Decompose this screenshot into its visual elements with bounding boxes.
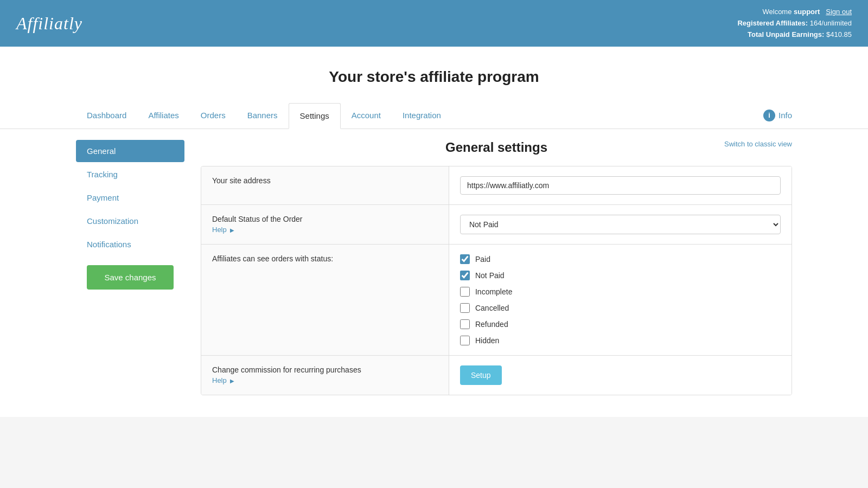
nav-item-settings[interactable]: Settings — [289, 103, 341, 129]
checkbox-group-order-visibility: Paid Not Paid Incomplete — [460, 254, 512, 345]
nav-item-dashboard[interactable]: Dashboard — [76, 103, 137, 129]
sidebar-item-tracking[interactable]: Tracking — [76, 163, 184, 185]
info-label: Info — [778, 111, 792, 120]
sidebar-item-notifications[interactable]: Notifications — [76, 233, 184, 255]
help-link-default-status[interactable]: Help — [212, 226, 438, 234]
info-icon: i — [763, 110, 775, 121]
sidebar-item-payment[interactable]: Payment — [76, 187, 184, 209]
row-recurring-commission: Change commission for recurring purchase… — [201, 356, 792, 395]
label-default-status: Default Status of the Order Help — [201, 205, 449, 244]
info-link[interactable]: i Info — [763, 110, 792, 121]
nav-item-affiliates[interactable]: Affiliates — [137, 103, 189, 129]
value-site-address — [449, 166, 792, 204]
checkbox-label-refunded: Refunded — [475, 320, 508, 329]
welcome-text: Welcome — [762, 8, 792, 16]
registered-affiliates-label: Registered Affiliates: — [737, 19, 808, 27]
content-area: General Tracking Payment Customization N… — [0, 129, 868, 417]
checkbox-item-not-paid[interactable]: Not Paid — [460, 271, 512, 280]
checkbox-label-cancelled: Cancelled — [475, 304, 509, 312]
total-unpaid-value: $410.85 — [826, 30, 852, 38]
page-title: Your store's affiliate program — [0, 68, 868, 86]
save-changes-button[interactable]: Save changes — [87, 265, 174, 290]
checkbox-hidden[interactable] — [460, 336, 470, 345]
row-site-address: Your site address — [201, 166, 792, 205]
checkbox-paid[interactable] — [460, 254, 470, 264]
checkbox-item-paid[interactable]: Paid — [460, 254, 512, 264]
site-address-input[interactable] — [460, 176, 781, 195]
total-unpaid-label: Total Unpaid Earnings: — [748, 30, 824, 38]
checkbox-label-incomplete: Incomplete — [475, 287, 512, 296]
nav-item-orders[interactable]: Orders — [190, 103, 237, 129]
label-recurring-commission: Change commission for recurring purchase… — [201, 356, 449, 395]
checkbox-cancelled[interactable] — [460, 303, 470, 313]
setup-button[interactable]: Setup — [460, 365, 502, 385]
nav-item-integration[interactable]: Integration — [392, 103, 452, 129]
classic-view-link[interactable]: Switch to classic view — [705, 140, 792, 148]
settings-main: General settings Switch to classic view … — [184, 140, 792, 395]
label-order-visibility: Affiliates can see orders with status: — [201, 245, 449, 355]
checkbox-refunded[interactable] — [460, 319, 470, 329]
sign-out-link[interactable]: Sign out — [826, 8, 852, 16]
settings-header: General settings Switch to classic view — [201, 140, 792, 155]
sidebar-item-customization[interactable]: Customization — [76, 210, 184, 232]
row-default-status: Default Status of the Order Help Not Pai… — [201, 205, 792, 245]
logo: Affiliatly — [16, 14, 82, 34]
checkbox-item-cancelled[interactable]: Cancelled — [460, 303, 512, 313]
nav-item-account[interactable]: Account — [341, 103, 392, 129]
row-order-visibility: Affiliates can see orders with status: P… — [201, 245, 792, 356]
checkbox-label-not-paid: Not Paid — [475, 271, 505, 280]
checkbox-incomplete[interactable] — [460, 287, 470, 297]
top-nav: Dashboard Affiliates Orders Banners Sett… — [0, 102, 868, 129]
checkbox-item-incomplete[interactable]: Incomplete — [460, 287, 512, 297]
sidebar: General Tracking Payment Customization N… — [76, 140, 184, 395]
label-site-address: Your site address — [201, 166, 449, 204]
nav-item-banners[interactable]: Banners — [237, 103, 289, 129]
checkbox-item-refunded[interactable]: Refunded — [460, 319, 512, 329]
settings-title: General settings — [288, 140, 705, 155]
value-recurring-commission: Setup — [449, 356, 792, 395]
settings-table: Your site address Default Status of the … — [201, 166, 792, 395]
checkbox-label-paid: Paid — [475, 255, 490, 264]
registered-affiliates-value: 164/unlimited — [810, 19, 852, 27]
value-order-visibility: Paid Not Paid Incomplete — [449, 245, 792, 355]
header-right: Welcome support Sign out Registered Affi… — [737, 7, 852, 40]
default-status-select[interactable]: Not Paid Paid Incomplete Cancelled Refun… — [460, 215, 781, 234]
username: support — [794, 8, 820, 16]
page-title-area: Your store's affiliate program — [0, 47, 868, 102]
sidebar-item-general[interactable]: General — [76, 140, 184, 162]
help-link-recurring-commission[interactable]: Help — [212, 376, 438, 384]
checkbox-not-paid[interactable] — [460, 271, 470, 280]
checkbox-item-hidden[interactable]: Hidden — [460, 336, 512, 345]
checkbox-label-hidden: Hidden — [475, 336, 499, 345]
header: Affiliatly Welcome support Sign out Regi… — [0, 0, 868, 47]
value-default-status: Not Paid Paid Incomplete Cancelled Refun… — [449, 205, 792, 244]
main-content: Your store's affiliate program Dashboard… — [0, 47, 868, 417]
